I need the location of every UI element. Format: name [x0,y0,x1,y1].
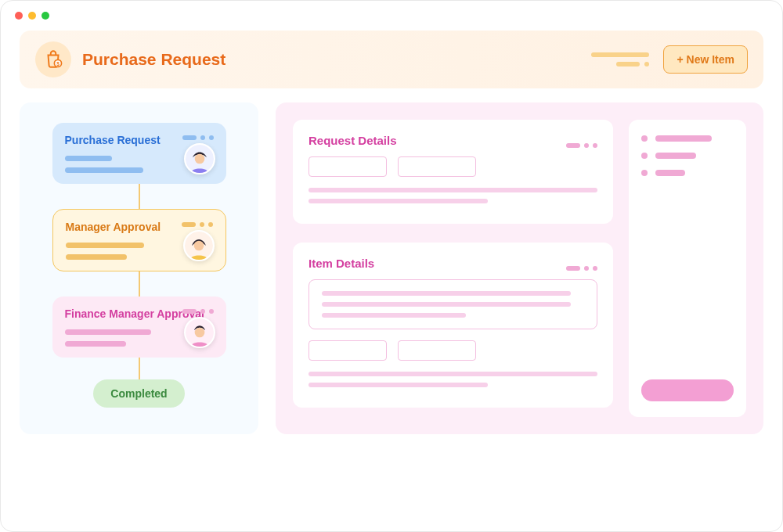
workflow-connector [139,184,140,209]
side-list-item [641,135,734,142]
placeholder-line [322,313,466,318]
form-field[interactable] [398,340,476,361]
app-window: $ Purchase Request + New Item Purchase R… [0,0,783,532]
minimize-window-dot[interactable] [28,12,36,20]
detail-main-column: Request Details Item Details [293,120,613,417]
workflow-connector [139,271,140,297]
page-title: Purchase Request [82,50,591,69]
window-titlebar [1,1,782,31]
svg-point-7 [194,328,204,338]
close-window-dot[interactable] [15,12,23,20]
placeholder-line [322,291,571,296]
side-list-item [641,153,734,159]
form-field[interactable] [309,340,387,361]
maximize-window-dot[interactable] [41,12,49,20]
workflow-panel: Purchase Request [20,102,258,434]
bullet-icon [641,153,648,159]
field-row [309,156,597,177]
item-details-title: Item Details [309,257,374,270]
placeholder-line [309,383,488,387]
item-details-card: Item Details [293,243,613,408]
card-decoration [182,135,214,140]
page-header: $ Purchase Request + New Item [20,31,763,88]
card-decoration [566,143,597,148]
field-row [309,340,597,361]
detail-panel: Request Details Item Details [276,102,763,434]
placeholder-line [309,188,597,192]
workflow-step-purchase-request[interactable]: Purchase Request [52,123,226,184]
svg-text:$: $ [56,61,60,67]
card-decoration [182,309,214,314]
side-action-button[interactable] [641,379,734,401]
svg-point-5 [193,241,204,251]
placeholder-line [322,302,571,307]
request-details-card: Request Details [293,120,613,224]
item-subcard [309,279,597,329]
header-decoration [591,52,649,66]
bullet-icon [641,170,648,176]
main-content: Purchase Request [1,88,782,434]
side-list-item [641,170,734,176]
completed-badge: Completed [93,379,184,408]
placeholder-line [309,372,597,376]
form-field[interactable] [309,156,387,177]
workflow-step-finance-approval[interactable]: Finance Manager Approval [52,297,226,358]
workflow-step-manager-approval[interactable]: Manager Approval [52,209,226,271]
purchase-bag-icon: $ [35,41,71,77]
assignee-avatar [184,317,215,348]
form-field[interactable] [398,156,476,177]
card-decoration [566,266,597,271]
detail-side-card [629,120,746,417]
assignee-avatar [184,143,215,174]
side-list [641,135,734,176]
workflow-connector [139,358,140,379]
request-details-title: Request Details [309,134,397,147]
svg-point-3 [194,154,204,164]
card-decoration [182,222,213,227]
bullet-icon [641,135,648,142]
assignee-avatar [183,230,215,261]
new-item-button[interactable]: + New Item [663,45,748,74]
placeholder-line [309,199,488,203]
